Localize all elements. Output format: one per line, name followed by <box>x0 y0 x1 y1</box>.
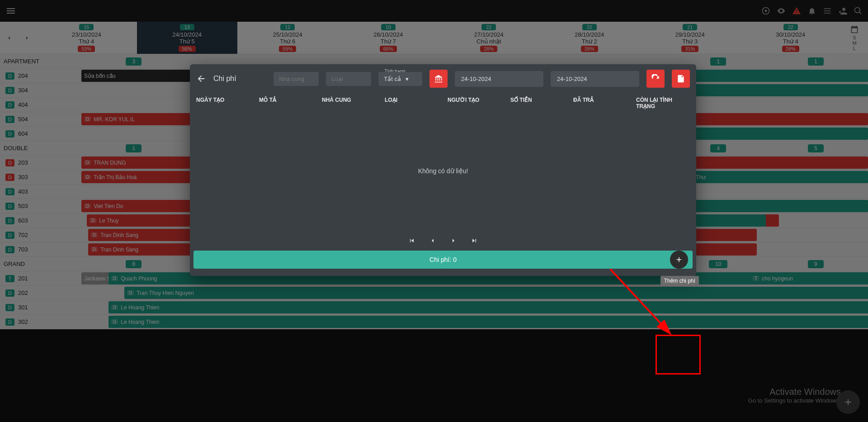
refresh-button[interactable] <box>646 70 665 88</box>
date-to[interactable] <box>551 71 639 87</box>
col-header: ĐÃ TRẢ <box>573 97 627 109</box>
col-header: CÒN LẠI TÌNH TRẠNG <box>636 97 690 109</box>
provider-select[interactable] <box>274 72 319 86</box>
annotation-arrow <box>606 265 683 346</box>
table-header: NGÀY TẠOMÔ TẢNHÀ CUNGLOẠINGƯỜI TẠOSỐ TIỀ… <box>190 93 696 113</box>
status-select[interactable]: Tất cả▾ <box>378 72 422 86</box>
expense-modal: Chi phí Tình trạng Tất cả▾ NGÀY TẠOMÔ TẢ… <box>190 64 696 276</box>
type-select[interactable] <box>326 72 371 86</box>
modal-title: Chi phí <box>213 75 236 83</box>
export-button[interactable] <box>672 70 690 88</box>
date-from[interactable] <box>455 71 543 87</box>
svg-line-2 <box>610 269 669 332</box>
col-header: LOẠI <box>385 97 439 109</box>
page-next-icon[interactable] <box>450 237 457 244</box>
col-header: NGÀY TẠO <box>196 97 250 109</box>
col-header: NHÀ CUNG <box>322 97 376 109</box>
bank-button[interactable] <box>429 70 448 88</box>
pager <box>190 233 696 251</box>
page-last-icon[interactable] <box>471 237 478 244</box>
no-data-message: Không có dữ liệu! <box>190 113 696 233</box>
page-first-icon[interactable] <box>408 237 415 244</box>
col-header: NGƯỜI TẠO <box>448 97 501 109</box>
col-header: SỐ TIỀN <box>510 97 564 109</box>
back-icon[interactable] <box>196 74 206 84</box>
col-header: MÔ TẢ <box>259 97 313 109</box>
page-prev-icon[interactable] <box>429 237 436 244</box>
